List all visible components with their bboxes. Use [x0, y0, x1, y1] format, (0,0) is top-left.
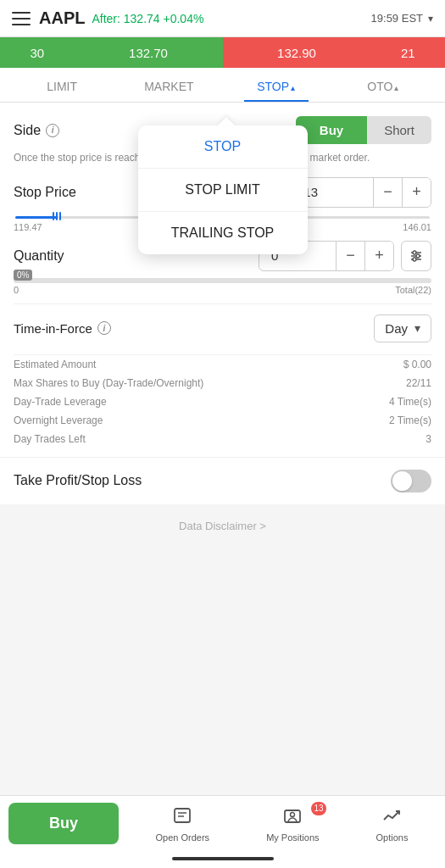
dropdown-menu: STOPSTOP LIMITTRAILING STOP	[138, 125, 308, 254]
dropdown-item[interactable]: TRAILING STOP	[138, 212, 308, 254]
dropdown-item[interactable]: STOP	[138, 125, 308, 169]
dropdown-overlay[interactable]: STOPSTOP LIMITTRAILING STOP	[0, 0, 445, 868]
dropdown-item[interactable]: STOP LIMIT	[138, 169, 308, 212]
dropdown-arrow	[218, 117, 235, 125]
